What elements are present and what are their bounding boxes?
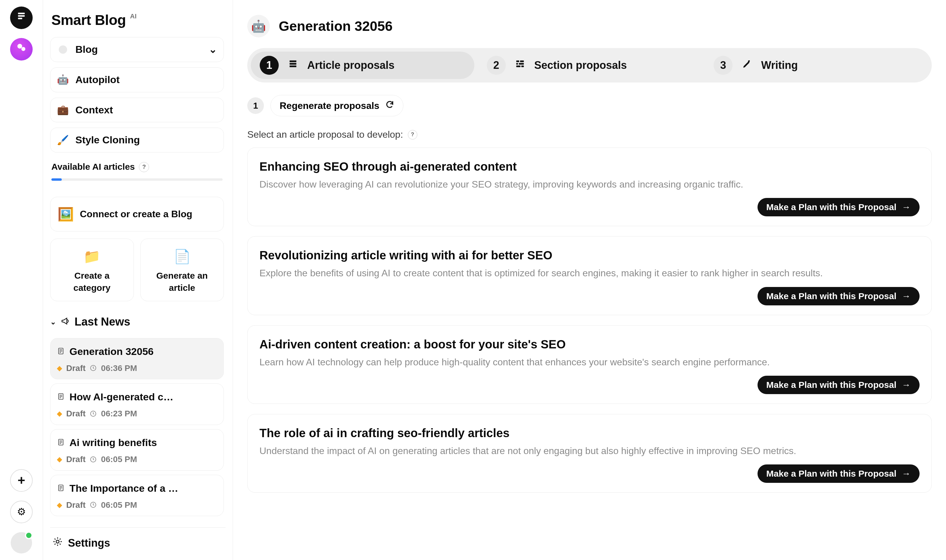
- step-3-number: 3: [714, 56, 732, 75]
- svg-rect-0: [18, 13, 25, 14]
- nav-blog[interactable]: Blog ⌄: [50, 37, 224, 62]
- make-plan-label: Make a Plan with this Proposal: [766, 469, 897, 479]
- make-plan-button[interactable]: Make a Plan with this Proposal →: [757, 376, 920, 394]
- sidebar-article-time: 06:05 PM: [101, 500, 137, 511]
- make-plan-button[interactable]: Make a Plan with this Proposal →: [757, 465, 920, 483]
- arrow-right-icon: →: [902, 380, 911, 390]
- svg-rect-27: [290, 63, 297, 65]
- proposal-subtitle: Discover how leveraging AI can revolutio…: [260, 174, 920, 191]
- folder-icon: 📁: [83, 247, 100, 266]
- svg-rect-1: [18, 15, 25, 17]
- step-2-number: 2: [487, 56, 506, 75]
- sidebar-article-item[interactable]: How AI-generated c… ◆ Draft 06:23 PM: [50, 383, 224, 425]
- step-1-number: 1: [260, 56, 279, 75]
- quota-label: Available AI articles: [51, 161, 135, 173]
- regenerate-proposals-button[interactable]: Regenerate proposals: [271, 95, 403, 116]
- arrow-right-icon: →: [902, 291, 911, 301]
- brand-name: Smart Blog: [51, 11, 126, 30]
- svg-rect-31: [516, 63, 518, 65]
- make-plan-button[interactable]: Make a Plan with this Proposal →: [757, 198, 920, 216]
- quota-help-icon[interactable]: ?: [139, 162, 149, 172]
- sidebar: Smart Blog AI Blog ⌄ 🤖 Autopilot 💼 Conte…: [43, 0, 233, 560]
- draft-dot-icon: ◆: [57, 501, 62, 509]
- quota-progress: [51, 178, 223, 181]
- stack-icon: [16, 11, 26, 25]
- arrow-right-icon: →: [902, 202, 911, 212]
- sidebar-article-item[interactable]: The Importance of a … ◆ Draft 06:05 PM: [50, 475, 224, 516]
- sidebar-article-item[interactable]: Ai writing benefits ◆ Draft 06:05 PM: [50, 429, 224, 471]
- proposals-toolbar: 1 Regenerate proposals: [247, 83, 932, 119]
- app-icon-rail: + ⚙: [0, 0, 43, 560]
- sparkle-icon: [17, 42, 26, 56]
- pencil-icon: [741, 58, 753, 73]
- last-news-heading[interactable]: ⌄ Last News: [50, 301, 224, 334]
- svg-rect-30: [520, 60, 524, 62]
- sidebar-article-item[interactable]: Generation 32056 ◆ Draft 06:36 PM: [50, 338, 224, 380]
- make-plan-label: Make a Plan with this Proposal: [766, 380, 897, 390]
- proposal-subtitle: Learn how AI technology can help produce…: [260, 352, 920, 369]
- step-2-label: Section proposals: [534, 58, 627, 73]
- gear-icon: ⚙: [17, 505, 26, 519]
- gear-icon: [52, 536, 63, 551]
- chevron-down-icon: ⌄: [50, 317, 56, 327]
- doc-icon: [57, 482, 65, 495]
- proposal-card: The role of ai in crafting seo-friendly …: [247, 414, 932, 492]
- create-category-label: Create a category: [56, 270, 128, 294]
- hint-help-icon[interactable]: ?: [408, 130, 417, 140]
- sidebar-article-time: 06:23 PM: [101, 408, 137, 419]
- hint-row: Select an article proposal to develop: ?: [247, 119, 932, 148]
- proposal-title: Ai-driven content creation: a boost for …: [260, 336, 920, 352]
- make-plan-button[interactable]: Make a Plan with this Proposal →: [757, 287, 920, 305]
- svg-rect-2: [18, 18, 22, 19]
- proposal-title: The role of ai in crafting seo-friendly …: [260, 425, 920, 441]
- svg-rect-26: [290, 60, 297, 62]
- sidebar-article-status: Draft: [66, 500, 86, 511]
- rail-add-button[interactable]: +: [10, 469, 33, 492]
- nav-autopilot[interactable]: 🤖 Autopilot: [50, 68, 224, 92]
- megaphone-icon: [61, 314, 70, 329]
- sidebar-article-title: The Importance of a …: [69, 482, 178, 495]
- rail-avatar[interactable]: [11, 532, 32, 554]
- svg-rect-33: [516, 65, 520, 67]
- step-writing[interactable]: 3 Writing: [705, 52, 928, 79]
- svg-rect-29: [516, 60, 519, 62]
- nav-context-label: Context: [75, 103, 113, 117]
- svg-point-25: [56, 540, 59, 543]
- rail-stack-button[interactable]: [10, 6, 33, 29]
- nav-style-cloning[interactable]: 🖌️ Style Cloning: [50, 128, 224, 152]
- sidebar-article-status: Draft: [66, 363, 86, 374]
- quota-block: Available AI articles ?: [50, 158, 224, 186]
- make-plan-label: Make a Plan with this Proposal: [766, 202, 897, 212]
- plus-icon: +: [17, 472, 25, 489]
- step-article-proposals[interactable]: 1 Article proposals: [251, 52, 474, 79]
- svg-point-4: [22, 47, 25, 51]
- last-news-list: Generation 32056 ◆ Draft 06:36 PM How AI…: [50, 338, 224, 516]
- proposals-list: Enhancing SEO through ai-generated conte…: [247, 148, 932, 492]
- grid-icon: [514, 58, 526, 73]
- generate-article-card[interactable]: 📄 Generate an article: [140, 238, 224, 301]
- sidebar-settings[interactable]: Settings: [50, 527, 226, 560]
- proposal-card: Ai-driven content creation: a boost for …: [247, 325, 932, 404]
- connect-blog-card[interactable]: 🖼️ Connect or create a Blog: [50, 197, 224, 231]
- nav-autopilot-label: Autopilot: [75, 73, 120, 87]
- step-section-proposals[interactable]: 2 Section proposals: [478, 52, 701, 79]
- clock-icon: [90, 365, 97, 372]
- proposal-subtitle: Understand the impact of AI on generatin…: [260, 441, 920, 457]
- rail-settings-button[interactable]: ⚙: [10, 501, 33, 523]
- briefcase-icon: 💼: [57, 104, 69, 116]
- sidebar-settings-label: Settings: [68, 536, 110, 551]
- nav-style-cloning-label: Style Cloning: [75, 133, 140, 147]
- hint-text: Select an article proposal to develop:: [247, 128, 403, 141]
- proposal-subtitle: Explore the benefits of using AI to crea…: [260, 263, 920, 280]
- sidebar-article-status: Draft: [66, 454, 86, 465]
- robot-icon: 🤖: [57, 74, 69, 86]
- generation-header: 🤖 Generation 32056: [247, 9, 932, 48]
- sidebar-article-status: Draft: [66, 408, 86, 419]
- draft-dot-icon: ◆: [57, 409, 62, 418]
- create-category-card[interactable]: 📁 Create a category: [50, 238, 134, 301]
- make-plan-label: Make a Plan with this Proposal: [766, 291, 897, 301]
- brand: Smart Blog AI: [50, 8, 224, 37]
- doc-icon: [57, 390, 65, 404]
- rail-ai-button[interactable]: [10, 38, 33, 60]
- nav-context[interactable]: 💼 Context: [50, 98, 224, 123]
